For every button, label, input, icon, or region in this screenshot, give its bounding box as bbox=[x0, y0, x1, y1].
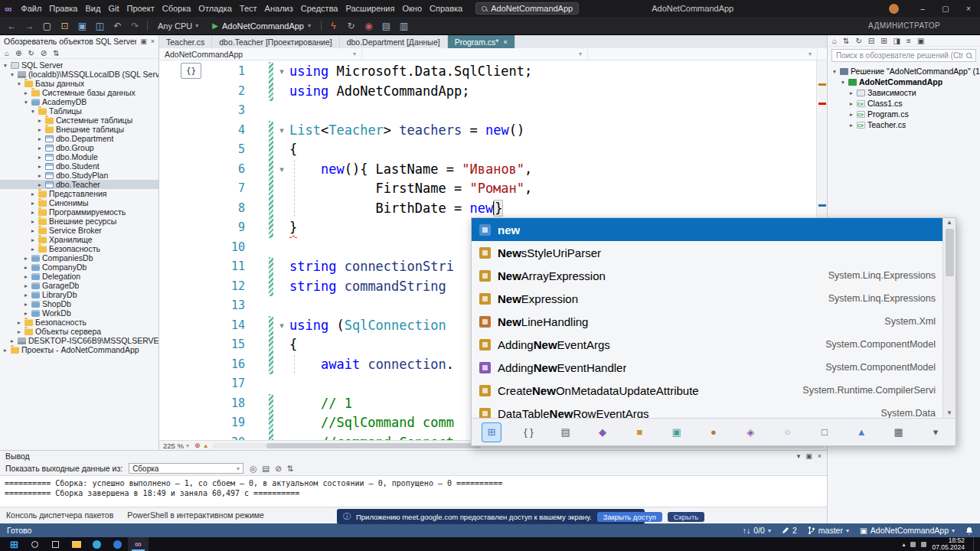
expander-icon[interactable]: ▾ bbox=[9, 71, 15, 78]
expander-icon[interactable]: ▸ bbox=[848, 122, 854, 129]
app-button[interactable] bbox=[107, 537, 128, 551]
output-text[interactable]: ========== Сборка: успешно выполнено — 1… bbox=[0, 475, 827, 507]
expander-icon[interactable]: ▸ bbox=[37, 145, 43, 152]
code-line[interactable]: 6▾ new(){ LastName = "Иванов", bbox=[159, 160, 816, 180]
refresh-icon[interactable]: ↻ bbox=[855, 37, 861, 45]
line-number[interactable]: 19 bbox=[159, 413, 245, 433]
code-line[interactable]: 2using AdoNetCommandApp; bbox=[159, 82, 816, 102]
sql-tree-item[interactable]: ▸dbo.Teacher bbox=[0, 180, 158, 189]
sql-tree-item[interactable]: ▸Хранилище bbox=[0, 235, 158, 244]
filter-delegates[interactable]: ◈ bbox=[741, 423, 760, 442]
hide-toast-button[interactable]: Скрыть bbox=[668, 512, 704, 522]
network-icon[interactable] bbox=[910, 542, 916, 547]
zoom-control[interactable]: 225 % ▾ bbox=[163, 442, 189, 450]
taskbar-clock[interactable]: 18:52 07.05.2024 bbox=[932, 537, 965, 551]
expander-icon[interactable]: ▸ bbox=[37, 172, 43, 179]
restart-icon[interactable]: ↻ bbox=[345, 21, 357, 31]
member-dropdown[interactable]: ▾ bbox=[588, 48, 818, 60]
completion-item[interactable]: NewsStyleUriParser bbox=[472, 241, 956, 264]
menu-item[interactable]: Анализ bbox=[261, 4, 297, 13]
sql-tree-item[interactable]: ▾Таблицы bbox=[0, 106, 158, 116]
menu-item[interactable]: Файл bbox=[17, 4, 45, 13]
fold-arrow-icon[interactable]: ▾ bbox=[276, 121, 287, 141]
task-view-button[interactable] bbox=[45, 537, 66, 551]
output-source-dropdown[interactable]: Сборка ▾ bbox=[129, 463, 243, 474]
options-icon[interactable]: ▥ bbox=[398, 21, 410, 31]
wordwrap-icon[interactable]: ▤ bbox=[262, 464, 270, 473]
document-tab[interactable]: Teacher.cs bbox=[159, 35, 212, 48]
sql-tree-item[interactable]: ▸CompanyDb bbox=[0, 262, 158, 272]
sql-tree-item[interactable]: ▸Безопасность bbox=[0, 244, 158, 253]
back-icon[interactable]: ← bbox=[6, 21, 18, 31]
home-icon[interactable]: ⌂ bbox=[5, 49, 9, 57]
expander-icon[interactable]: ▸ bbox=[37, 154, 43, 161]
expander-icon[interactable]: ▸ bbox=[30, 218, 36, 225]
expander-icon[interactable]: ▸ bbox=[2, 347, 8, 354]
expander-icon[interactable]: ▸ bbox=[37, 181, 43, 188]
completion-item[interactable]: AddingNewEventHandlerSystem.ComponentMod… bbox=[472, 356, 956, 379]
visual-studio-button[interactable]: ∞ bbox=[128, 537, 149, 551]
line-number[interactable]: 1 bbox=[159, 62, 245, 82]
line-number[interactable]: 16 bbox=[159, 355, 245, 375]
solution-tree-item[interactable]: ▸Program.cs bbox=[828, 109, 980, 119]
filter-enums[interactable]: ● bbox=[704, 423, 723, 442]
line-number[interactable]: 15 bbox=[159, 335, 245, 355]
completion-item[interactable]: new bbox=[472, 218, 956, 241]
menu-item[interactable]: Средства bbox=[297, 4, 342, 13]
sql-tree-item[interactable]: ▸LibraryDb bbox=[0, 290, 158, 299]
line-number[interactable]: 20 bbox=[159, 433, 245, 441]
expand-all-icon[interactable]: ⊞ bbox=[880, 37, 887, 45]
autoscroll-icon[interactable]: ⇅ bbox=[287, 464, 294, 473]
sql-tree-item[interactable]: ▸Системные таблицы bbox=[0, 116, 158, 125]
panel-tab[interactable]: Консоль диспетчера пакетов bbox=[6, 510, 113, 520]
stop-sharing-button[interactable]: Закрыть доступ bbox=[597, 512, 662, 522]
expander-icon[interactable]: ▸ bbox=[23, 255, 29, 262]
sql-tree-item[interactable]: ▾(localdb)\MSSQLLocalDB (SQL Server 15.0… bbox=[0, 70, 158, 79]
filter-methods[interactable]: ◆ bbox=[593, 423, 612, 442]
maximize-button[interactable]: ▢ bbox=[934, 0, 957, 17]
filter-expander[interactable]: ▾ bbox=[926, 423, 945, 442]
outline-icon[interactable]: ▤ bbox=[381, 21, 392, 31]
solution-search-box[interactable]: Поиск в обозревателе решений (Ctrl+ж) bbox=[831, 49, 976, 62]
solution-tree-item[interactable]: ▸Teacher.cs bbox=[828, 119, 980, 130]
add-sql-server-icon[interactable]: ⊕ bbox=[15, 49, 21, 57]
code-line[interactable]: 3 bbox=[159, 101, 816, 121]
scroll-up-icon[interactable]: ▲ bbox=[943, 218, 956, 227]
expander-icon[interactable]: ▾ bbox=[840, 79, 846, 86]
close-button[interactable]: × bbox=[957, 0, 980, 17]
filter-keywords[interactable]: ▲ bbox=[852, 423, 871, 442]
code-line[interactable]: 5{ bbox=[159, 140, 816, 160]
find-output-icon[interactable]: ◎ bbox=[250, 464, 256, 473]
minimize-button[interactable]: – bbox=[911, 0, 934, 17]
filter-classes[interactable]: ■ bbox=[630, 423, 648, 442]
run-button[interactable]: ▶ AdoNetCommandApp ▾ bbox=[208, 21, 315, 31]
sql-tree-item[interactable]: ▸DESKTOP-ISC66B9\MSSQLSERVER2022 (SQL Se… bbox=[0, 336, 158, 345]
notifications-bell[interactable] bbox=[965, 527, 973, 535]
sql-tree-item[interactable]: ▸Внешние таблицы bbox=[0, 125, 158, 134]
git-repo-selector[interactable]: ▣ AdoNetCommandApp ▾ bbox=[860, 526, 955, 535]
menu-item[interactable]: Правка bbox=[45, 4, 81, 13]
expander-icon[interactable]: ▸ bbox=[848, 111, 854, 118]
expander-icon[interactable]: ▸ bbox=[16, 319, 22, 326]
global-search-box[interactable]: AdoNetCommandApp bbox=[475, 2, 579, 15]
search-button[interactable] bbox=[24, 537, 45, 551]
project-dropdown[interactable]: AdoNetCommandApp ▾ bbox=[159, 48, 362, 60]
sql-tree-item[interactable]: ▸dbo.Department bbox=[0, 134, 158, 143]
sql-tree-item[interactable]: ▸Безопасность bbox=[0, 318, 158, 327]
filter-structs[interactable]: ▣ bbox=[668, 423, 686, 442]
sql-tree-item[interactable]: ▸GarageDb bbox=[0, 281, 158, 290]
filter-namespaces[interactable]: □ bbox=[815, 423, 834, 442]
expander-icon[interactable]: ▸ bbox=[848, 100, 854, 107]
sql-tree-item[interactable]: ▸ShopDb bbox=[0, 299, 158, 308]
solution-tree-item[interactable]: ▸Class1.cs bbox=[828, 98, 980, 109]
completion-item[interactable]: NewArrayExpressionSystem.Linq.Expression… bbox=[472, 264, 956, 287]
sql-tree-item[interactable]: ▾Базы данных bbox=[0, 79, 158, 88]
properties-icon[interactable]: ▣ bbox=[917, 37, 924, 45]
hot-reload-icon[interactable]: ϟ bbox=[328, 21, 339, 31]
close-panel-icon[interactable]: × bbox=[818, 452, 822, 460]
line-number[interactable]: 11 bbox=[159, 257, 245, 277]
line-number[interactable]: 2 bbox=[159, 82, 245, 102]
solution-tree-item[interactable]: ▾AdoNetCommandApp bbox=[828, 77, 980, 87]
pin-panel-icon[interactable]: ▣ bbox=[805, 452, 812, 460]
menu-item[interactable]: Отладка bbox=[194, 4, 235, 13]
